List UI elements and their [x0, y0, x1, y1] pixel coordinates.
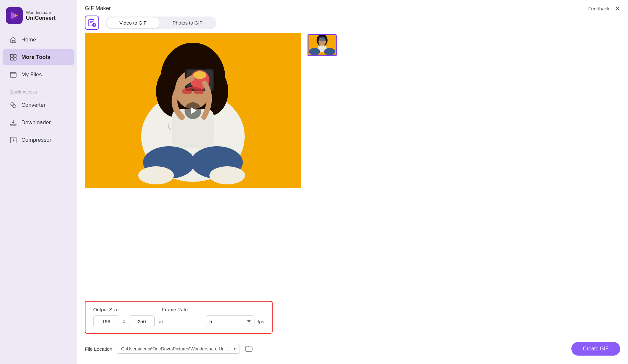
close-button[interactable]: ✕ — [615, 5, 620, 12]
thumbnail-preview — [308, 35, 336, 55]
header-right: Feedback ✕ — [588, 5, 620, 12]
tabs-container: Video to GIF Photos to GIF — [106, 17, 216, 29]
thumbnail-panel — [308, 33, 337, 296]
svg-point-24 — [209, 166, 245, 184]
logo-text: Wondershare UniConvert — [26, 10, 56, 21]
sidebar-item-downloader-label: Downloader — [21, 119, 51, 126]
tab-video-to-gif[interactable]: Video to GIF — [107, 17, 160, 28]
more-tools-icon — [10, 54, 17, 61]
main-content: GIF Maker Feedback ✕ Video to GIF Photos… — [77, 0, 628, 364]
output-size-label: Output Size: — [93, 307, 120, 312]
window-title: GIF Maker — [85, 5, 111, 12]
downloader-icon — [10, 119, 17, 126]
file-location-label: File Location: — [85, 346, 114, 352]
sidebar: Wondershare UniConvert Home More Tools M… — [0, 0, 77, 364]
compressor-icon — [10, 137, 17, 144]
svg-rect-5 — [14, 58, 16, 60]
svg-point-35 — [309, 48, 320, 55]
svg-rect-6 — [10, 72, 16, 77]
file-location-dropdown-icon[interactable]: ▾ — [234, 347, 236, 351]
content-area — [77, 33, 628, 296]
thumbnail-item[interactable] — [308, 34, 337, 56]
sidebar-item-my-files-label: My Files — [21, 72, 42, 78]
svg-rect-30 — [194, 89, 204, 94]
converter-icon — [10, 102, 17, 109]
tab-photos-to-gif[interactable]: Photos to GIF — [160, 17, 216, 28]
sidebar-item-compressor[interactable]: Compressor — [3, 132, 74, 148]
app-logo-icon — [6, 7, 23, 24]
sidebar-item-more-tools-label: More Tools — [21, 54, 50, 61]
create-gif-button[interactable]: Create GIF — [571, 342, 620, 356]
sidebar-item-more-tools[interactable]: More Tools — [3, 49, 74, 65]
svg-rect-4 — [10, 58, 13, 60]
settings-box: Output Size: Frame Rate: X px 5 10 15 20… — [85, 301, 273, 334]
home-icon — [10, 36, 17, 43]
svg-rect-3 — [14, 54, 16, 57]
sidebar-item-converter[interactable]: Converter — [3, 97, 74, 113]
header: GIF Maker Feedback ✕ — [77, 0, 628, 12]
x-separator: X — [122, 319, 126, 324]
quick-access-label: Quick Access — [0, 83, 77, 96]
sidebar-item-converter-label: Converter — [21, 102, 46, 108]
svg-rect-9 — [10, 124, 16, 125]
svg-rect-29 — [182, 89, 192, 94]
svg-point-37 — [319, 37, 326, 41]
product-name: UniConvert — [26, 15, 56, 21]
settings-labels-row: Output Size: Frame Rate: — [93, 307, 264, 312]
settings-inputs-row: X px 5 10 15 20 25 30 fps — [93, 315, 264, 327]
browse-folder-button[interactable] — [243, 343, 255, 355]
play-button[interactable] — [185, 102, 201, 119]
svg-point-28 — [193, 71, 206, 79]
add-file-button[interactable] — [85, 16, 99, 30]
file-location-input[interactable]: C:\Users\deepi\OneDrive\Pictures\Wonders… — [117, 344, 240, 354]
svg-point-7 — [11, 103, 14, 106]
sidebar-item-downloader[interactable]: Downloader — [3, 115, 74, 131]
px-label: px — [159, 319, 164, 324]
fps-select[interactable]: 5 10 15 20 25 30 — [206, 315, 254, 327]
my-files-icon — [10, 71, 17, 78]
svg-rect-2 — [10, 54, 13, 57]
file-location-path: C:\Users\deepi\OneDrive\Pictures\Wonders… — [121, 346, 232, 351]
feedback-link[interactable]: Feedback — [588, 6, 610, 11]
width-input[interactable] — [93, 315, 119, 327]
svg-point-36 — [324, 48, 335, 55]
fps-label: fps — [258, 319, 264, 324]
logo-area: Wondershare UniConvert — [0, 0, 77, 31]
brand-name: Wondershare — [26, 10, 56, 15]
sidebar-item-home[interactable]: Home — [3, 32, 74, 48]
svg-point-8 — [13, 105, 16, 108]
play-icon — [191, 107, 196, 114]
sidebar-item-compressor-label: Compressor — [21, 137, 51, 143]
video-preview[interactable] — [85, 33, 301, 188]
sidebar-item-my-files[interactable]: My Files — [3, 67, 74, 83]
svg-point-23 — [138, 166, 174, 184]
sidebar-item-home-label: Home — [21, 37, 36, 43]
toolbar: Video to GIF Photos to GIF — [77, 12, 628, 33]
height-input[interactable] — [129, 315, 155, 327]
frame-rate-label: Frame Rate: — [162, 307, 189, 312]
file-location-row: File Location: C:\Users\deepi\OneDrive\P… — [77, 339, 628, 359]
